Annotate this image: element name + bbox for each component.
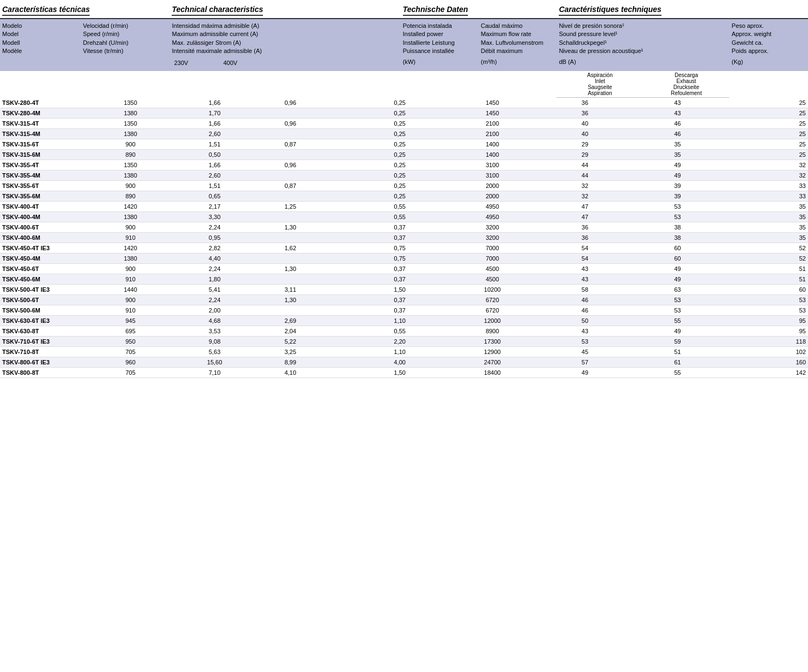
table-cell: 1450 [446, 108, 538, 118]
table-cell: 55 [631, 367, 724, 378]
table-row: TSKV-710-6T IE39509,085,222,201730053591… [0, 336, 808, 346]
table-cell [253, 305, 329, 315]
table-cell: 25 [724, 139, 808, 149]
table-cell: 51 [631, 346, 724, 357]
table-cell: 910 [84, 274, 177, 284]
table-cell: 1,66 [177, 160, 253, 170]
table-row: TSKV-500-4T IE314405,413,111,50102005863… [0, 284, 808, 294]
table-cell: 40 [538, 118, 631, 128]
table-cell: 43 [538, 263, 631, 274]
table-cell: 49 [631, 326, 724, 336]
table-cell: 0,25 [354, 128, 446, 139]
table-cell: 43 [631, 108, 724, 118]
table-cell: 3,53 [177, 326, 253, 336]
table-cell: 38 [631, 222, 724, 232]
table-cell: 25 [724, 128, 808, 139]
table-row: TSKV-630-8T6953,532,040,558900434995 [0, 326, 808, 336]
table-cell: 51 [724, 263, 808, 274]
table-cell: 95 [724, 326, 808, 336]
table-cell: TSKV-630-8T [0, 326, 84, 336]
table-cell: 55 [631, 315, 724, 326]
table-cell: 6720 [446, 294, 538, 305]
table-cell: 45 [538, 346, 631, 357]
table-cell: 50 [538, 315, 631, 326]
table-cell: TSKV-710-6T IE3 [0, 336, 84, 346]
table-cell: 3100 [446, 160, 538, 170]
desc-power-text: Potencia instaladaInstalled powerInstall… [403, 22, 477, 56]
table-cell: 1,66 [177, 118, 253, 128]
table-cell: 32 [538, 180, 631, 191]
table-cell: 53 [631, 305, 724, 315]
table-cell: 8,99 [253, 357, 329, 367]
table-cell [328, 263, 353, 274]
table-cell: 36 [538, 98, 631, 108]
table-cell: 60 [724, 284, 808, 294]
table-cell: 0,37 [354, 263, 446, 274]
table-row: TSKV-710-8T7055,633,251,10129004551102 [0, 346, 808, 357]
table-row: TSKV-400-4M13803,300,554950475335 [0, 211, 808, 222]
header-col1: Características técnicas [0, 0, 169, 19]
table-cell: 0,25 [354, 170, 446, 180]
table-cell: 890 [84, 149, 177, 160]
table-cell: 0,25 [354, 139, 446, 149]
empty6 [401, 71, 479, 98]
table-cell [253, 191, 329, 201]
table-cell: 53 [631, 211, 724, 222]
table-cell: 900 [84, 263, 177, 274]
table-cell [328, 201, 353, 211]
table-cell: 47 [538, 211, 631, 222]
table-cell: 49 [631, 263, 724, 274]
table-cell: 0,37 [354, 222, 446, 232]
table-cell: 36 [538, 222, 631, 232]
table-cell: TSKV-800-8T [0, 367, 84, 378]
weight-unit: (Kg) [731, 58, 806, 66]
table-cell: 1420 [84, 243, 177, 253]
table-cell: TSKV-450-6M [0, 274, 84, 284]
power-unit: (kW) [403, 58, 477, 66]
table-cell [328, 191, 353, 201]
table-cell: 900 [84, 180, 177, 191]
title-fr: Caractéristiques techniques [559, 5, 661, 16]
table-cell: 51 [724, 274, 808, 284]
table-cell: 24700 [446, 357, 538, 367]
table-cell: 12000 [446, 315, 538, 326]
table-cell: 25 [724, 108, 808, 118]
table-cell: TSKV-400-4M [0, 211, 84, 222]
table-cell [328, 326, 353, 336]
table-row: TSKV-400-6T9002,241,300,373200363835 [0, 222, 808, 232]
table-cell: TSKV-630-6T IE3 [0, 315, 84, 326]
header-row: Características técnicas Technical chara… [0, 0, 808, 19]
table-cell: TSKV-400-6M [0, 232, 84, 243]
table-cell: 57 [538, 357, 631, 367]
table-cell: 54 [538, 253, 631, 263]
table-cell: 3100 [446, 170, 538, 180]
table-cell: 2100 [446, 128, 538, 139]
table-cell: 5,22 [253, 336, 329, 346]
table-cell: 2,20 [354, 336, 446, 346]
table-cell: 36 [538, 108, 631, 118]
table-cell: 43 [631, 98, 724, 108]
table-cell: 25 [724, 118, 808, 128]
table-cell [328, 315, 353, 326]
table-cell: 1420 [84, 201, 177, 211]
table-cell [328, 336, 353, 346]
table-cell: 4,00 [354, 357, 446, 367]
v400-label: 400V [221, 58, 270, 68]
table-cell: 0,55 [354, 201, 446, 211]
table-cell: TSKV-315-4M [0, 128, 84, 139]
table-cell: TSKV-710-8T [0, 346, 84, 357]
header-col3: Technische Daten [401, 0, 557, 19]
description-row: ModeloModelModellModèle Velocidad (r/min… [0, 19, 808, 71]
table-cell: 46 [538, 305, 631, 315]
table-cell: 0,55 [354, 326, 446, 336]
table-cell: 44 [538, 160, 631, 170]
table-cell: 0,25 [354, 180, 446, 191]
table-cell: 3200 [446, 222, 538, 232]
table-cell: 0,25 [354, 118, 446, 128]
table-cell: 46 [538, 294, 631, 305]
desc-power: Potencia instaladaInstalled powerInstall… [401, 19, 479, 71]
table-cell: 0,37 [354, 305, 446, 315]
table-cell [253, 128, 329, 139]
table-cell: 53 [724, 305, 808, 315]
desc-weight: Peso aprox.Approx. weightGewicht ca.Poid… [729, 19, 808, 71]
